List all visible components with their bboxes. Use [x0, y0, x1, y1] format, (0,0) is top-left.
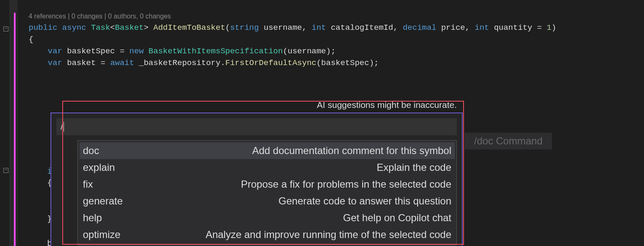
ai-inline-chat-popup: AI suggestions might be inaccurate. / do…	[50, 100, 463, 246]
ai-commands-list: doc Add documentation comment for this s…	[77, 140, 457, 245]
ai-command-generate[interactable]: generate Generate code to answer this qu…	[80, 193, 455, 209]
ai-command-input[interactable]: /	[56, 118, 457, 135]
code-line-basketspec[interactable]: var basketSpec = new BasketWithItemsSpec…	[29, 45, 644, 57]
ai-input-text: /	[61, 122, 63, 132]
ai-command-desc: Get help on Copilot chat	[138, 212, 451, 224]
ai-command-name: optimize	[83, 229, 138, 241]
ai-command-name: generate	[83, 195, 138, 207]
code-line-brace-open[interactable]: {	[29, 34, 644, 45]
ai-command-name: explain	[83, 162, 138, 173]
ai-command-name: doc	[83, 145, 138, 157]
ai-command-desc: Propose a fix for problems in the select…	[138, 178, 451, 190]
ai-command-help[interactable]: help Get help on Copilot chat	[80, 209, 455, 226]
ai-command-optimize[interactable]: optimize Analyze and improve running tim…	[80, 226, 455, 243]
text-cursor	[64, 122, 64, 132]
codelens-info[interactable]: 4 references | 0 changes | 0 authors, 0 …	[29, 13, 644, 20]
ai-chat-box: / doc Add documentation comment for this…	[50, 113, 463, 246]
ai-command-fix[interactable]: fix Propose a fix for problems in the se…	[80, 176, 455, 193]
code-line-basket[interactable]: var basket = await _basketRepository.Fir…	[29, 57, 644, 69]
code-line-signature[interactable]: public async Task<Basket> AddItemToBaske…	[29, 22, 644, 34]
ai-disclaimer-text: AI suggestions might be inaccurate.	[50, 100, 463, 110]
collapse-if-button[interactable]	[3, 168, 8, 173]
ai-command-name: fix	[83, 178, 138, 190]
collapse-method-button[interactable]	[3, 26, 8, 31]
ai-command-desc: Generate code to answer this question	[138, 195, 451, 207]
code-editor[interactable]: 4 references | 0 changes | 0 authors, 0 …	[9, 0, 644, 69]
ai-command-desc: Explain the code	[138, 162, 451, 173]
ai-command-doc[interactable]: doc Add documentation comment for this s…	[80, 142, 455, 159]
ai-command-explain[interactable]: explain Explain the code	[80, 159, 455, 176]
ai-command-desc: Add documentation comment for this symbo…	[138, 145, 451, 157]
ai-command-hint-tooltip: /doc Command	[465, 133, 552, 149]
ai-command-desc: Analyze and improve running time of the …	[138, 229, 451, 241]
ai-command-name: help	[83, 212, 138, 224]
